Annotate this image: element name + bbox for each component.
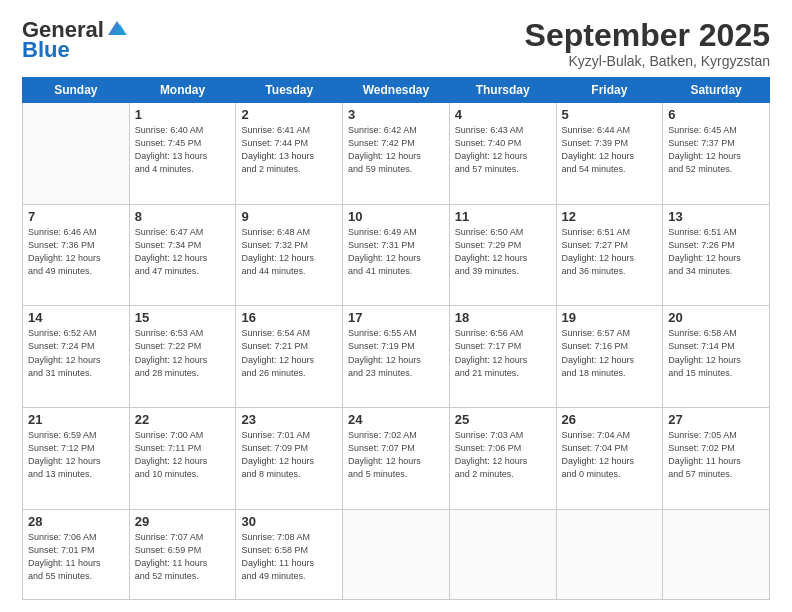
table-row: 24Sunrise: 7:02 AM Sunset: 7:07 PM Dayli… bbox=[343, 408, 450, 510]
table-row: 15Sunrise: 6:53 AM Sunset: 7:22 PM Dayli… bbox=[129, 306, 236, 408]
day-info: Sunrise: 7:04 AM Sunset: 7:04 PM Dayligh… bbox=[562, 429, 658, 481]
day-number: 28 bbox=[28, 514, 124, 529]
location: Kyzyl-Bulak, Batken, Kyrgyzstan bbox=[525, 53, 770, 69]
day-number: 11 bbox=[455, 209, 551, 224]
col-tuesday: Tuesday bbox=[236, 78, 343, 103]
table-row: 1Sunrise: 6:40 AM Sunset: 7:45 PM Daylig… bbox=[129, 103, 236, 205]
day-number: 18 bbox=[455, 310, 551, 325]
col-wednesday: Wednesday bbox=[343, 78, 450, 103]
col-friday: Friday bbox=[556, 78, 663, 103]
day-number: 24 bbox=[348, 412, 444, 427]
day-info: Sunrise: 6:47 AM Sunset: 7:34 PM Dayligh… bbox=[135, 226, 231, 278]
day-info: Sunrise: 7:02 AM Sunset: 7:07 PM Dayligh… bbox=[348, 429, 444, 481]
table-row: 8Sunrise: 6:47 AM Sunset: 7:34 PM Daylig… bbox=[129, 204, 236, 306]
table-row: 12Sunrise: 6:51 AM Sunset: 7:27 PM Dayli… bbox=[556, 204, 663, 306]
table-row: 28Sunrise: 7:06 AM Sunset: 7:01 PM Dayli… bbox=[23, 509, 130, 599]
day-number: 15 bbox=[135, 310, 231, 325]
table-row: 10Sunrise: 6:49 AM Sunset: 7:31 PM Dayli… bbox=[343, 204, 450, 306]
day-info: Sunrise: 6:45 AM Sunset: 7:37 PM Dayligh… bbox=[668, 124, 764, 176]
table-row: 3Sunrise: 6:42 AM Sunset: 7:42 PM Daylig… bbox=[343, 103, 450, 205]
table-row: 5Sunrise: 6:44 AM Sunset: 7:39 PM Daylig… bbox=[556, 103, 663, 205]
table-row: 16Sunrise: 6:54 AM Sunset: 7:21 PM Dayli… bbox=[236, 306, 343, 408]
day-number: 10 bbox=[348, 209, 444, 224]
day-number: 29 bbox=[135, 514, 231, 529]
day-info: Sunrise: 7:06 AM Sunset: 7:01 PM Dayligh… bbox=[28, 531, 124, 583]
table-row: 9Sunrise: 6:48 AM Sunset: 7:32 PM Daylig… bbox=[236, 204, 343, 306]
logo-icon bbox=[106, 19, 128, 37]
day-number: 6 bbox=[668, 107, 764, 122]
day-info: Sunrise: 7:07 AM Sunset: 6:59 PM Dayligh… bbox=[135, 531, 231, 583]
day-info: Sunrise: 6:57 AM Sunset: 7:16 PM Dayligh… bbox=[562, 327, 658, 379]
day-number: 25 bbox=[455, 412, 551, 427]
day-number: 5 bbox=[562, 107, 658, 122]
day-info: Sunrise: 6:43 AM Sunset: 7:40 PM Dayligh… bbox=[455, 124, 551, 176]
day-info: Sunrise: 6:42 AM Sunset: 7:42 PM Dayligh… bbox=[348, 124, 444, 176]
table-row: 29Sunrise: 7:07 AM Sunset: 6:59 PM Dayli… bbox=[129, 509, 236, 599]
day-info: Sunrise: 6:59 AM Sunset: 7:12 PM Dayligh… bbox=[28, 429, 124, 481]
day-info: Sunrise: 6:53 AM Sunset: 7:22 PM Dayligh… bbox=[135, 327, 231, 379]
day-info: Sunrise: 6:52 AM Sunset: 7:24 PM Dayligh… bbox=[28, 327, 124, 379]
day-info: Sunrise: 6:58 AM Sunset: 7:14 PM Dayligh… bbox=[668, 327, 764, 379]
day-number: 27 bbox=[668, 412, 764, 427]
day-number: 4 bbox=[455, 107, 551, 122]
col-sunday: Sunday bbox=[23, 78, 130, 103]
table-row: 30Sunrise: 7:08 AM Sunset: 6:58 PM Dayli… bbox=[236, 509, 343, 599]
day-number: 30 bbox=[241, 514, 337, 529]
header: General Blue September 2025 Kyzyl-Bulak,… bbox=[22, 18, 770, 69]
day-info: Sunrise: 7:05 AM Sunset: 7:02 PM Dayligh… bbox=[668, 429, 764, 481]
table-row: 25Sunrise: 7:03 AM Sunset: 7:06 PM Dayli… bbox=[449, 408, 556, 510]
day-info: Sunrise: 7:03 AM Sunset: 7:06 PM Dayligh… bbox=[455, 429, 551, 481]
table-row: 22Sunrise: 7:00 AM Sunset: 7:11 PM Dayli… bbox=[129, 408, 236, 510]
table-row: 20Sunrise: 6:58 AM Sunset: 7:14 PM Dayli… bbox=[663, 306, 770, 408]
title-block: September 2025 Kyzyl-Bulak, Batken, Kyrg… bbox=[525, 18, 770, 69]
day-info: Sunrise: 6:56 AM Sunset: 7:17 PM Dayligh… bbox=[455, 327, 551, 379]
month-title: September 2025 bbox=[525, 18, 770, 53]
table-row bbox=[556, 509, 663, 599]
day-number: 8 bbox=[135, 209, 231, 224]
table-row: 18Sunrise: 6:56 AM Sunset: 7:17 PM Dayli… bbox=[449, 306, 556, 408]
col-saturday: Saturday bbox=[663, 78, 770, 103]
day-info: Sunrise: 7:08 AM Sunset: 6:58 PM Dayligh… bbox=[241, 531, 337, 583]
day-info: Sunrise: 7:00 AM Sunset: 7:11 PM Dayligh… bbox=[135, 429, 231, 481]
table-row: 6Sunrise: 6:45 AM Sunset: 7:37 PM Daylig… bbox=[663, 103, 770, 205]
day-number: 13 bbox=[668, 209, 764, 224]
table-row bbox=[343, 509, 450, 599]
day-number: 19 bbox=[562, 310, 658, 325]
table-row: 27Sunrise: 7:05 AM Sunset: 7:02 PM Dayli… bbox=[663, 408, 770, 510]
day-number: 12 bbox=[562, 209, 658, 224]
table-row bbox=[23, 103, 130, 205]
day-number: 23 bbox=[241, 412, 337, 427]
day-number: 20 bbox=[668, 310, 764, 325]
day-info: Sunrise: 6:44 AM Sunset: 7:39 PM Dayligh… bbox=[562, 124, 658, 176]
table-row: 14Sunrise: 6:52 AM Sunset: 7:24 PM Dayli… bbox=[23, 306, 130, 408]
day-info: Sunrise: 6:54 AM Sunset: 7:21 PM Dayligh… bbox=[241, 327, 337, 379]
day-info: Sunrise: 7:01 AM Sunset: 7:09 PM Dayligh… bbox=[241, 429, 337, 481]
day-number: 14 bbox=[28, 310, 124, 325]
table-row: 11Sunrise: 6:50 AM Sunset: 7:29 PM Dayli… bbox=[449, 204, 556, 306]
day-info: Sunrise: 6:41 AM Sunset: 7:44 PM Dayligh… bbox=[241, 124, 337, 176]
day-number: 26 bbox=[562, 412, 658, 427]
day-info: Sunrise: 6:48 AM Sunset: 7:32 PM Dayligh… bbox=[241, 226, 337, 278]
table-row: 21Sunrise: 6:59 AM Sunset: 7:12 PM Dayli… bbox=[23, 408, 130, 510]
day-info: Sunrise: 6:40 AM Sunset: 7:45 PM Dayligh… bbox=[135, 124, 231, 176]
day-info: Sunrise: 6:51 AM Sunset: 7:27 PM Dayligh… bbox=[562, 226, 658, 278]
day-number: 22 bbox=[135, 412, 231, 427]
day-info: Sunrise: 6:51 AM Sunset: 7:26 PM Dayligh… bbox=[668, 226, 764, 278]
table-row bbox=[449, 509, 556, 599]
day-number: 16 bbox=[241, 310, 337, 325]
page: General Blue September 2025 Kyzyl-Bulak,… bbox=[0, 0, 792, 612]
table-row: 26Sunrise: 7:04 AM Sunset: 7:04 PM Dayli… bbox=[556, 408, 663, 510]
day-number: 7 bbox=[28, 209, 124, 224]
day-number: 1 bbox=[135, 107, 231, 122]
table-row: 19Sunrise: 6:57 AM Sunset: 7:16 PM Dayli… bbox=[556, 306, 663, 408]
calendar-header-row: Sunday Monday Tuesday Wednesday Thursday… bbox=[23, 78, 770, 103]
day-info: Sunrise: 6:55 AM Sunset: 7:19 PM Dayligh… bbox=[348, 327, 444, 379]
table-row: 23Sunrise: 7:01 AM Sunset: 7:09 PM Dayli… bbox=[236, 408, 343, 510]
logo: General Blue bbox=[22, 18, 128, 62]
table-row: 4Sunrise: 6:43 AM Sunset: 7:40 PM Daylig… bbox=[449, 103, 556, 205]
table-row bbox=[663, 509, 770, 599]
logo-blue: Blue bbox=[22, 38, 70, 62]
day-number: 2 bbox=[241, 107, 337, 122]
day-number: 3 bbox=[348, 107, 444, 122]
day-number: 21 bbox=[28, 412, 124, 427]
